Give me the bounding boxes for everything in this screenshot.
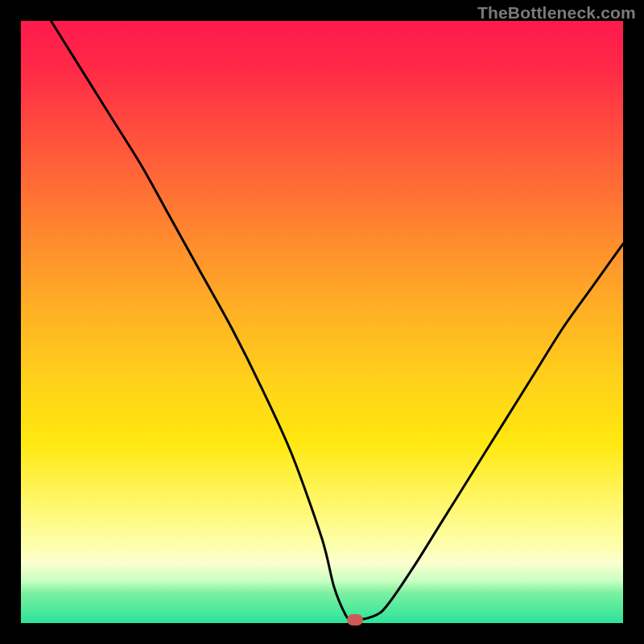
bottleneck-curve	[21, 21, 623, 623]
chart-frame: TheBottleneck.com	[0, 0, 644, 644]
curve-path	[51, 21, 623, 621]
minimum-marker	[347, 614, 363, 625]
watermark-text: TheBottleneck.com	[477, 3, 636, 23]
